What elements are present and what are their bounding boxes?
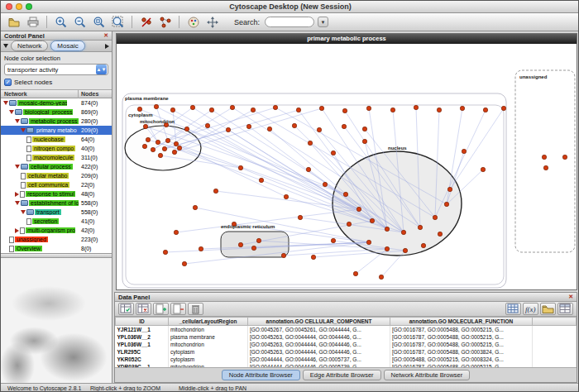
network-node[interactable] <box>562 155 567 159</box>
vizmapper-icon[interactable] <box>184 14 202 30</box>
network-node[interactable] <box>154 104 158 108</box>
network-node[interactable] <box>401 230 405 234</box>
network-node[interactable] <box>174 230 178 234</box>
network-node[interactable] <box>284 194 288 198</box>
tab-network-attribute-browser[interactable]: Network Attribute Browser <box>384 370 471 380</box>
network-node[interactable] <box>342 108 347 112</box>
network-node[interactable] <box>184 127 189 131</box>
network-node[interactable] <box>385 246 389 251</box>
network-node[interactable] <box>182 261 186 265</box>
network-node[interactable] <box>343 192 347 196</box>
network-node[interactable] <box>165 138 170 142</box>
network-node[interactable] <box>390 108 395 112</box>
tree-row[interactable]: primary metabo209(0) <box>1 126 112 135</box>
search-input[interactable] <box>265 17 314 27</box>
tree-row[interactable]: transport558(0) <box>1 208 112 217</box>
table-row[interactable]: YPL036W__1mitochondrion[GO:0045263, GO:0… <box>116 341 577 348</box>
network-node[interactable] <box>543 165 548 170</box>
tree-row[interactable]: cellular metabo209(0) <box>1 171 112 180</box>
network-node[interactable] <box>199 246 203 251</box>
network-node[interactable] <box>331 238 335 242</box>
delete-attribute-icon[interactable] <box>170 303 186 315</box>
network-node[interactable] <box>418 225 422 229</box>
network-node[interactable] <box>193 205 197 209</box>
network-node[interactable] <box>462 149 466 153</box>
network-node[interactable] <box>273 105 277 109</box>
network-node[interactable] <box>342 124 346 128</box>
tree-row[interactable]: cellular process422(0) <box>1 162 112 171</box>
hide-selected-icon[interactable] <box>137 14 155 30</box>
network-node[interactable] <box>437 108 441 112</box>
network-node[interactable] <box>281 253 285 257</box>
network-node[interactable] <box>205 123 209 127</box>
network-node[interactable] <box>414 105 418 109</box>
network-node[interactable] <box>209 108 213 112</box>
collapse-arrow-icon[interactable] <box>9 110 14 114</box>
network-node[interactable] <box>323 182 327 186</box>
collapse-arrow-icon[interactable] <box>15 201 20 205</box>
network-node[interactable] <box>347 222 351 226</box>
select-attributes-icon[interactable] <box>118 303 134 315</box>
tree-row[interactable]: unassigned223(0) <box>1 235 112 244</box>
network-node[interactable] <box>353 271 357 275</box>
network-node[interactable] <box>267 127 271 131</box>
network-node[interactable] <box>177 146 181 150</box>
select-nodes-checkbox[interactable]: ✓ <box>4 79 12 86</box>
print-icon[interactable] <box>24 14 41 30</box>
network-node[interactable] <box>481 167 485 171</box>
network-node[interactable] <box>163 250 167 254</box>
table-column-header[interactable]: annotation.GO MOLECULAR_FUNCTION <box>390 318 533 326</box>
tree-row[interactable]: macromolecule311(0) <box>1 153 112 162</box>
color-attribute-dropdown[interactable]: transporter activity ▲▼ <box>4 64 108 75</box>
network-node[interactable] <box>256 238 261 242</box>
tree-row[interactable]: response to stimul48(0) <box>1 189 112 198</box>
network-node[interactable] <box>226 127 230 131</box>
table-column-header[interactable]: _cellularLayoutRegion <box>169 318 248 326</box>
network-node[interactable] <box>421 243 425 247</box>
network-node[interactable] <box>137 107 141 111</box>
network-node[interactable] <box>385 227 389 231</box>
network-node[interactable] <box>292 123 296 127</box>
network-node[interactable] <box>298 215 302 219</box>
network-node[interactable] <box>319 106 323 110</box>
network-canvas[interactable]: plasma membrane cytoplasm mitochondrion … <box>117 44 577 289</box>
network-node[interactable] <box>143 124 147 128</box>
table-row[interactable]: YKR052Ccytoplasm[GO:0044444, GO:0044446,… <box>116 356 577 363</box>
tree-row[interactable]: establishment of lo558(0) <box>1 198 112 208</box>
tree-row[interactable]: cell communica22(0) <box>1 180 112 189</box>
tree-row[interactable]: secretion41(0) <box>1 217 112 226</box>
network-node[interactable] <box>172 150 176 154</box>
collapse-arrow-icon[interactable] <box>15 119 20 123</box>
tab-network[interactable]: Network <box>11 41 48 51</box>
tab-mosaic[interactable]: Mosaic <box>50 41 84 51</box>
collapse-arrow-icon[interactable] <box>21 128 26 132</box>
network-node[interactable] <box>246 124 251 128</box>
network-node[interactable] <box>158 153 162 157</box>
network-node[interactable] <box>146 137 150 141</box>
open-folder-icon[interactable] <box>540 303 556 315</box>
network-node[interactable] <box>542 155 546 159</box>
network-node[interactable] <box>308 141 312 145</box>
tree-row[interactable]: mosaic-demo-yeast874(0) <box>1 98 112 108</box>
collapse-arrow-icon[interactable] <box>21 210 26 214</box>
network-node[interactable] <box>311 255 315 259</box>
network-node[interactable] <box>230 105 234 109</box>
network-node[interactable] <box>370 218 374 222</box>
network-node[interactable] <box>296 108 300 112</box>
zoom-in-icon[interactable] <box>52 14 69 30</box>
network-node[interactable] <box>251 108 255 112</box>
tab-node-attribute-browser[interactable]: Node Attribute Browser <box>222 370 300 380</box>
network-overview-thumbnail[interactable] <box>1 258 112 383</box>
collapse-arrow-icon[interactable] <box>15 165 20 169</box>
network-node[interactable] <box>142 144 146 148</box>
new-attribute-icon[interactable] <box>153 303 169 315</box>
network-node[interactable] <box>259 178 263 182</box>
network-node[interactable] <box>444 202 448 206</box>
network-node[interactable] <box>317 127 321 131</box>
network-node[interactable] <box>362 127 366 131</box>
unselect-attributes-icon[interactable] <box>136 303 151 315</box>
table-row[interactable]: YPL036W__2plasma membrane[GO:0045263, GO… <box>116 333 577 341</box>
network-node[interactable] <box>483 108 487 112</box>
network-node[interactable] <box>162 146 166 151</box>
network-node[interactable] <box>379 275 383 279</box>
